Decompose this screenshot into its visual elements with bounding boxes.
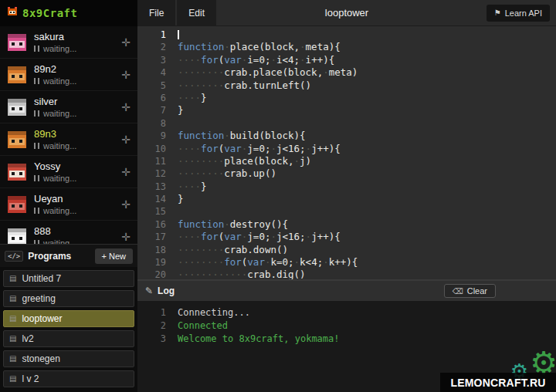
- program-row[interactable]: ▤l v 2: [3, 370, 134, 387]
- player-name: Ueyan: [34, 193, 121, 204]
- line-number: 20: [137, 269, 178, 279]
- log-line: 3Welcome to 8x9craft, yokmama!: [137, 333, 556, 346]
- editor-line: 19········for(var·k=0;·k<4;·k++){: [137, 256, 556, 269]
- program-file-icon: ▤: [9, 295, 16, 302]
- player-row[interactable]: 89n2waiting...✛: [0, 59, 137, 91]
- code-line: ····}: [178, 92, 207, 104]
- player-info: silverwaiting...: [34, 96, 121, 118]
- new-program-button[interactable]: + New: [95, 248, 134, 264]
- line-number: 4: [137, 66, 178, 79]
- menu-edit[interactable]: Edit: [177, 0, 216, 25]
- player-avatar-icon: [7, 65, 27, 85]
- player-status: waiting...: [34, 141, 121, 150]
- program-row[interactable]: ▤looptower: [3, 310, 134, 327]
- player-row[interactable]: sakurawaiting...✛: [0, 26, 137, 59]
- player-row[interactable]: Ueyanwaiting...✛: [0, 188, 137, 221]
- line-number: 12: [137, 167, 178, 180]
- program-label: l v 2: [22, 373, 39, 384]
- code-line: ········crab.place(block,·meta): [178, 66, 358, 79]
- eraser-icon: ⌫: [453, 287, 463, 296]
- pause-icon: [34, 110, 39, 117]
- top-bar-right: File Edit looptower ⚑ Learn API: [137, 0, 556, 26]
- player-name: 89n2: [34, 63, 121, 75]
- learn-api-label: Learn API: [505, 8, 542, 18]
- editor-line: 17····for(var·j=0;·j<16;·j++){: [137, 231, 556, 243]
- pause-icon: [34, 143, 39, 149]
- player-status: waiting...: [34, 109, 121, 118]
- log-text: Connecting...: [178, 306, 250, 319]
- move-icon[interactable]: ✛: [121, 133, 131, 146]
- program-row[interactable]: ▤stonegen: [3, 350, 134, 367]
- editor-line: 15: [137, 205, 556, 218]
- code-line: ····for(var·j=0;·j<16;·j++){: [178, 231, 341, 243]
- code-line: ············crab.dig(): [178, 269, 306, 279]
- move-icon[interactable]: ✛: [121, 36, 131, 49]
- editor[interactable]: 12function·place(block,·meta){3····for(v…: [137, 26, 556, 279]
- line-number: 9: [137, 130, 178, 142]
- move-icon[interactable]: ✛: [121, 101, 131, 113]
- code-line: ········for(var·k=0;·k<4;·k++){: [178, 256, 358, 269]
- player-info: Yossywaiting...: [34, 161, 121, 183]
- pause-icon: [34, 78, 39, 84]
- program-label: lv2: [22, 333, 33, 344]
- player-row[interactable]: 89n3waiting...✛: [0, 123, 137, 156]
- editor-line: 7}: [137, 104, 556, 117]
- programs-header: </> Programs + New: [0, 245, 137, 267]
- line-number: 18: [137, 244, 178, 256]
- pause-icon: [34, 208, 39, 214]
- player-avatar-icon: [7, 130, 27, 150]
- move-icon[interactable]: ✛: [121, 69, 131, 81]
- program-label: stonegen: [22, 353, 59, 364]
- editor-line: 9function·build(block){: [137, 130, 556, 142]
- programs-title: Programs: [28, 251, 94, 262]
- editor-line: 18········crab.down(): [137, 244, 556, 256]
- player-info: 888waiting...: [34, 225, 121, 244]
- player-status: waiting...: [34, 76, 121, 86]
- editor-line: 4········crab.place(block,·meta): [137, 66, 556, 79]
- code-line: ····for(var·i=0;·i<4;·i++){: [178, 54, 334, 66]
- log-line: 2Connected: [137, 319, 556, 333]
- player-status-text: waiting...: [43, 206, 76, 215]
- code-line: function·destroy(){: [178, 218, 288, 231]
- program-row[interactable]: ▤lv2: [3, 330, 134, 347]
- program-label: greeting: [22, 293, 55, 304]
- player-status-text: waiting...: [43, 109, 76, 118]
- player-avatar-icon: [7, 97, 27, 117]
- code-line: }: [178, 193, 184, 205]
- watermark-text: LEMONCRAFT.RU: [450, 377, 545, 389]
- logo-area: 8x9Craft: [0, 0, 137, 26]
- watermark: LEMONCRAFT.RU: [440, 373, 556, 392]
- program-row[interactable]: ▤greeting: [3, 290, 134, 307]
- program-file-icon: ▤: [9, 275, 16, 282]
- editor-line: 3····for(var·i=0;·i<4;·i++){: [137, 54, 556, 66]
- editor-line: 2function·place(block,·meta){: [137, 41, 556, 53]
- program-row[interactable]: ▤Untitled 7: [3, 270, 134, 287]
- top-bar: 8x9Craft File Edit looptower ⚑ Learn API: [0, 0, 556, 26]
- menu-file[interactable]: File: [137, 0, 175, 25]
- move-icon[interactable]: ✛: [121, 166, 131, 178]
- code-line: ····}: [178, 181, 207, 193]
- player-name: Yossy: [34, 161, 121, 172]
- player-avatar-icon: [7, 194, 27, 215]
- move-icon[interactable]: ✛: [121, 231, 131, 243]
- log-header: ✎ Log ⌫ Clear: [137, 281, 556, 301]
- log-line-number: 2: [137, 319, 178, 333]
- line-number: 7: [137, 104, 178, 117]
- pause-icon: [34, 46, 39, 52]
- document-title: looptower: [325, 7, 368, 19]
- app-logo-icon: [6, 5, 19, 21]
- player-status-text: waiting...: [43, 44, 76, 53]
- clear-log-button[interactable]: ⌫ Clear: [444, 284, 496, 298]
- editor-line: 6····}: [137, 92, 556, 104]
- program-file-icon: ▤: [9, 375, 16, 383]
- flag-icon: ⚑: [494, 8, 501, 17]
- learn-api-button[interactable]: ⚑ Learn API: [486, 5, 550, 22]
- player-info: Ueyanwaiting...: [34, 193, 121, 215]
- player-row[interactable]: silverwaiting...✛: [0, 91, 137, 123]
- player-row[interactable]: Yossywaiting...✛: [0, 156, 137, 188]
- line-number: 10: [137, 143, 178, 155]
- move-icon[interactable]: ✛: [121, 198, 131, 211]
- player-avatar-icon: [7, 162, 27, 182]
- player-row[interactable]: 888waiting...✛: [0, 221, 137, 244]
- line-number: 11: [137, 155, 178, 167]
